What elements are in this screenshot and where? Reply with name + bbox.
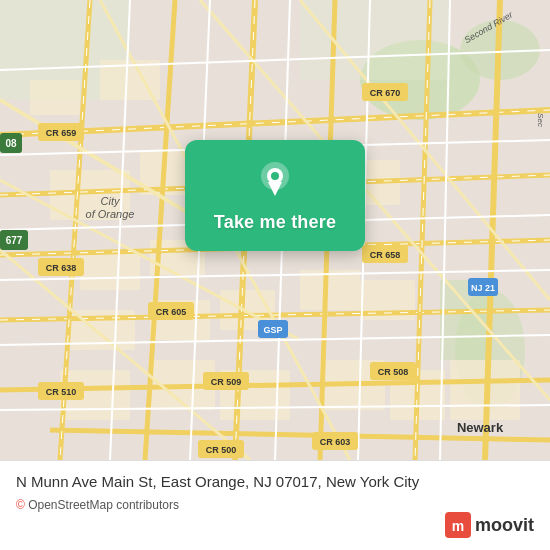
svg-text:City: City — [101, 195, 121, 207]
svg-point-101 — [271, 172, 279, 180]
svg-text:CR 670: CR 670 — [370, 88, 401, 98]
svg-text:NJ 21: NJ 21 — [471, 283, 495, 293]
svg-text:of Orange: of Orange — [86, 208, 135, 220]
map-container: CR 659 CR 670 CR 638 CR 605 CR 658 CR 51… — [0, 0, 550, 460]
svg-text:CR 603: CR 603 — [320, 437, 351, 447]
popup-card: Take me there — [185, 140, 365, 251]
svg-rect-19 — [300, 270, 360, 310]
svg-text:m: m — [452, 518, 464, 534]
osm-copyright: © — [16, 498, 25, 512]
svg-text:CR 605: CR 605 — [156, 307, 187, 317]
location-pin-icon — [253, 158, 297, 202]
bottom-bar: N Munn Ave Main St, East Orange, NJ 0701… — [0, 460, 550, 550]
svg-text:CR 509: CR 509 — [211, 377, 242, 387]
svg-text:GSP: GSP — [263, 325, 282, 335]
svg-text:Sec: Sec — [536, 113, 545, 127]
moovit-logo-text: moovit — [475, 515, 534, 536]
svg-text:CR 510: CR 510 — [46, 387, 77, 397]
svg-text:CR 508: CR 508 — [378, 367, 409, 377]
moovit-logo-icon: m — [445, 512, 471, 538]
svg-text:CR 500: CR 500 — [206, 445, 237, 455]
svg-text:CR 658: CR 658 — [370, 250, 401, 260]
svg-text:CR 638: CR 638 — [46, 263, 77, 273]
osm-text: OpenStreetMap contributors — [28, 498, 179, 512]
svg-text:Newark: Newark — [457, 420, 504, 435]
address-text: N Munn Ave Main St, East Orange, NJ 0701… — [16, 471, 534, 492]
svg-text:08: 08 — [5, 138, 17, 149]
svg-text:CR 659: CR 659 — [46, 128, 77, 138]
attribution-line: © OpenStreetMap contributors — [16, 498, 534, 512]
svg-rect-7 — [30, 80, 80, 115]
attribution-text: © OpenStreetMap contributors — [16, 498, 179, 512]
take-me-there-button[interactable]: Take me there — [214, 212, 336, 233]
svg-text:677: 677 — [6, 235, 23, 246]
moovit-logo: m moovit — [445, 512, 534, 538]
svg-rect-11 — [80, 250, 140, 290]
